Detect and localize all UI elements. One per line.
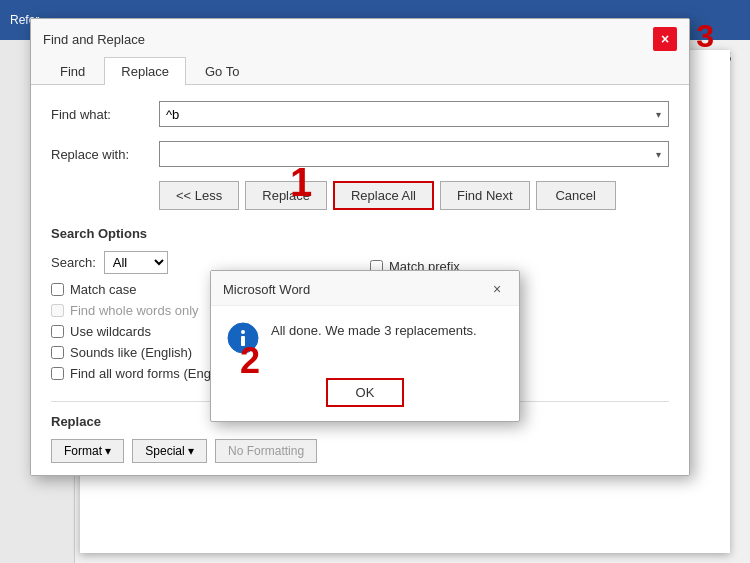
replace-with-dropdown[interactable]: ▾ [648,142,668,166]
msword-footer: OK [211,370,519,421]
whole-words-checkbox[interactable] [51,304,64,317]
search-select[interactable]: All Up Down [104,251,168,274]
svg-point-1 [241,330,245,334]
match-case-label: Match case [70,282,136,297]
match-case-checkbox[interactable] [51,283,64,296]
tab-replace[interactable]: Replace [104,57,186,85]
dialog-tabs: Find Replace Go To [31,57,689,85]
sounds-like-label: Sounds like (English) [70,345,192,360]
msword-titlebar: Microsoft Word × [211,271,519,306]
dialog-close-button[interactable]: × [653,27,677,51]
find-what-row: Find what: ▾ [51,101,669,127]
msword-body: All done. We made 3 replacements. [211,306,519,370]
format-button[interactable]: Format ▾ [51,439,124,463]
wildcards-label: Use wildcards [70,324,151,339]
replace-buttons: Format ▾ Special ▾ No Formatting [51,439,669,463]
tab-find[interactable]: Find [43,57,102,85]
find-what-input[interactable] [160,103,648,126]
replace-button[interactable]: Replace [245,181,327,210]
info-icon [227,322,259,354]
find-what-label: Find what: [51,107,151,122]
whole-words-label: Find whole words only [70,303,199,318]
replace-with-row: Replace with: ▾ [51,141,669,167]
msword-message: All done. We made 3 replacements. [271,322,477,340]
svg-rect-2 [241,336,245,346]
cancel-button[interactable]: Cancel [536,181,616,210]
search-options-title: Search Options [51,226,669,241]
action-buttons-row: << Less Replace Replace All Find Next Ca… [51,181,669,210]
special-button[interactable]: Special ▾ [132,439,207,463]
all-word-forms-checkbox[interactable] [51,367,64,380]
replace-with-input[interactable] [160,143,648,166]
no-formatting-button[interactable]: No Formatting [215,439,317,463]
replace-with-label: Replace with: [51,147,151,162]
dialog-titlebar: Find and Replace × [31,19,689,57]
replace-with-input-wrap: ▾ [159,141,669,167]
find-what-dropdown[interactable]: ▾ [648,102,668,126]
wildcards-checkbox[interactable] [51,325,64,338]
search-label: Search: [51,255,96,270]
find-next-button[interactable]: Find Next [440,181,530,210]
dialog-title: Find and Replace [43,32,145,47]
msword-dialog: Microsoft Word × All done. We made 3 rep… [210,270,520,422]
msword-title: Microsoft Word [223,282,310,297]
sounds-like-checkbox[interactable] [51,346,64,359]
replace-all-button[interactable]: Replace All [333,181,434,210]
msword-close-button[interactable]: × [487,279,507,299]
find-what-input-wrap: ▾ [159,101,669,127]
less-button[interactable]: << Less [159,181,239,210]
tab-goto[interactable]: Go To [188,57,256,85]
ok-button[interactable]: OK [326,378,405,407]
